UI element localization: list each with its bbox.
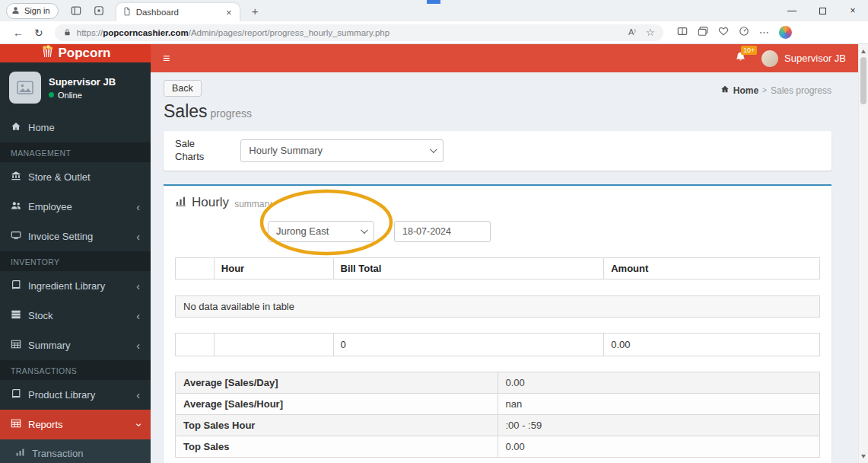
screen-artifact [427,0,440,4]
invoice-icon [11,230,21,243]
sidebar-item-invoice-setting[interactable]: Invoice Setting ‹ [0,222,151,251]
collections-icon[interactable] [698,26,708,39]
lock-icon[interactable] [63,26,72,40]
summary-label: Average [Sales/Day] [176,372,498,393]
profile-icon [11,5,21,17]
user-menu[interactable]: Supervisor JB [761,50,846,67]
copilot-icon[interactable] [779,26,792,39]
stack-icon [11,309,21,322]
chevron-left-icon: ‹ [136,312,140,320]
chevron-left-icon: ‹ [136,391,140,399]
outlet-select[interactable]: Jurong East [268,221,374,242]
browser-tab-dashboard[interactable]: Dashboard × [116,3,240,21]
book-icon [11,388,21,401]
sidebar-user-panel: Supervisor JB Online [0,62,151,113]
maximize-button[interactable] [807,0,838,21]
home-icon [11,121,21,134]
sidebar-menu: Home MANAGEMENT Store & Outlet Employee … [0,113,151,463]
admin-app: Popcorn Supervisor JB Online Home MANAGE… [0,44,858,463]
notifications-button[interactable]: 10+ [735,51,746,65]
users-icon [11,200,21,213]
column-header-bill-total[interactable]: Bill Total [333,257,604,279]
tab-title: Dashboard [136,8,224,17]
read-aloud-icon[interactable]: A⁾ [628,27,636,37]
page-title: Salesprogress [164,101,831,122]
sidebar-section-inventory: INVENTORY [0,251,151,271]
column-header-amount[interactable]: Amount [604,257,820,279]
summary-row: Average [Sales/Hour] nan [176,393,820,414]
breadcrumb-home[interactable]: Home [733,85,758,96]
summary-table: Average [Sales/Day] 0.00 Average [Sales/… [175,372,820,458]
tab-actions-icon[interactable] [71,5,81,16]
column-header-hour[interactable]: Hour [214,257,333,279]
sidebar: Popcorn Supervisor JB Online Home MANAGE… [0,44,151,463]
chevron-left-icon: ‹ [136,203,140,211]
maximize-icon [819,8,826,14]
summary-value: 0.00 [498,436,820,457]
favorites-star-icon[interactable]: ☆ [646,27,655,38]
split-screen-icon[interactable] [677,26,688,39]
scrollbar-thumb[interactable] [860,57,866,104]
scroll-up-icon[interactable] [859,46,868,56]
breadcrumb: Home > Sales progress [720,85,831,96]
date-input[interactable]: 18-07-2024 [394,221,491,242]
sidebar-item-product-library[interactable]: Product Library ‹ [0,380,151,410]
minimize-button[interactable]: — [777,0,807,21]
content-area: Back Home > Sales progress Salesprogress… [151,72,858,463]
browser-back-icon[interactable]: ← [8,27,29,39]
summary-row: Top Sales Hour :00 - :59 [176,414,820,436]
sidebar-item-transaction[interactable]: Transaction [0,439,151,463]
hourly-summary-panel: Hourly summary Jurong East 18-07-2024 [164,184,831,463]
summary-label: Top Sales [176,436,498,457]
sidebar-item-summary[interactable]: Summary ‹ [0,330,151,360]
table-icon [11,418,21,431]
breadcrumb-separator: > [762,86,767,94]
address-bar[interactable]: https://popcorncashier.com/Admin/pages/r… [55,24,663,41]
totals-table: 0 0.00 [175,333,820,356]
browser-signin-button[interactable]: Sign in [6,3,59,19]
panel-title: Hourly summary [175,195,820,210]
select-caret-icon [361,226,368,234]
sidebar-item-reports[interactable]: Reports ‹ [0,410,151,439]
outlet-selected-value: Jurong East [276,225,329,237]
breadcrumb-home-icon [720,85,730,96]
report-controls: Jurong East 18-07-2024 [268,221,820,242]
back-button[interactable]: Back [164,80,202,97]
table-header-row: Hour Bill Total Amount [176,257,820,279]
select-caret-icon [430,146,437,154]
brand-name: Popcorn [59,46,111,61]
window-controls: — × [777,0,868,21]
user-status: Online [49,91,116,100]
workspaces-icon[interactable] [94,5,104,16]
sidebar-item-home[interactable]: Home [0,113,151,142]
refresh-icon[interactable]: ↻ [29,27,49,39]
chart-type-select[interactable]: Hourly Summary [240,139,444,162]
table-icon [11,339,21,352]
signin-label: Sign in [24,6,50,15]
sidebar-item-store-outlet[interactable]: Store & Outlet [0,162,151,192]
page-scrollbar[interactable] [858,44,868,463]
new-tab-button[interactable]: + [249,5,262,18]
chevron-left-icon: ‹ [136,233,140,241]
sidebar-item-ingredient-library[interactable]: Ingredient Library ‹ [0,271,151,301]
sidebar-item-employee[interactable]: Employee ‹ [0,192,151,222]
scroll-down-icon[interactable] [859,451,868,461]
top-navbar: ≡ 10+ Supervisor JB [151,44,858,72]
tab-close-icon[interactable]: × [224,7,234,18]
sidebar-item-stock[interactable]: Stock ‹ [0,301,151,330]
online-dot-icon [49,92,54,97]
performance-icon[interactable] [739,26,749,39]
url-text[interactable]: https://popcorncashier.com/Admin/pages/r… [77,28,389,37]
totals-cell [214,333,333,356]
url-path: /Admin/pages/report/progress_hourly_summ… [189,28,389,37]
sidebar-toggle-icon[interactable]: ≡ [163,52,170,65]
browser-essentials-icon[interactable] [718,26,729,39]
chart-filter-label: Sale Charts [175,138,204,164]
totals-cell-amount: 0.00 [604,333,820,356]
breadcrumb-current: Sales progress [771,85,831,96]
more-options-icon[interactable]: ⋯ [759,27,769,38]
brand-logo[interactable]: Popcorn [0,44,151,62]
summary-value: 0.00 [498,372,820,393]
column-header-index[interactable] [176,257,215,279]
close-button[interactable]: × [838,0,868,21]
